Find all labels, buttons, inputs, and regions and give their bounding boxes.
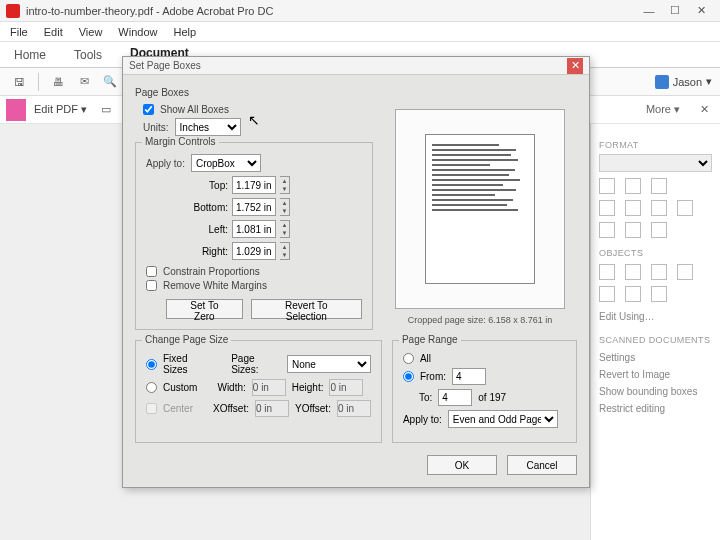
dialog-close-icon[interactable]: ✕ [567, 58, 583, 74]
rotate-cw-icon[interactable] [651, 264, 667, 280]
tab-tools[interactable]: Tools [66, 43, 110, 67]
rotate-ccw-icon[interactable] [677, 264, 693, 280]
left-spinner[interactable]: ▲▼ [280, 220, 290, 238]
align-right-icon[interactable] [651, 200, 667, 216]
height-input [329, 379, 363, 396]
cancel-button[interactable]: Cancel [507, 455, 577, 475]
replace-icon[interactable] [625, 286, 641, 302]
constrain-checkbox[interactable] [146, 266, 157, 277]
custom-label: Custom [163, 382, 197, 393]
set-to-zero-button[interactable]: Set To Zero [166, 299, 243, 319]
user-name: Jason [673, 76, 702, 88]
print-icon[interactable]: 🖶 [47, 71, 69, 93]
menu-edit[interactable]: Edit [38, 24, 69, 40]
right-input[interactable] [232, 242, 276, 260]
window-title: intro-to-number-theory.pdf - Adobe Acrob… [26, 5, 636, 17]
list-icon[interactable] [599, 222, 615, 238]
align-justify-icon[interactable] [677, 200, 693, 216]
bold-icon[interactable] [599, 178, 615, 194]
right-spinner[interactable]: ▲▼ [280, 242, 290, 260]
top-input[interactable] [232, 176, 276, 194]
search-icon[interactable]: 🔍 [99, 71, 121, 93]
chevron-down-icon: ▾ [706, 75, 712, 88]
left-input[interactable] [232, 220, 276, 238]
center-label: Center [163, 403, 193, 414]
apply-to-select[interactable]: CropBox [191, 154, 261, 172]
to-label: To: [419, 392, 432, 403]
revert-selection-button[interactable]: Revert To Selection [251, 299, 362, 319]
page-range-label: Page Range [399, 334, 461, 345]
section-objects: OBJECTS [599, 248, 712, 258]
show-all-boxes-label: Show All Boxes [160, 104, 229, 115]
top-spinner[interactable]: ▲▼ [280, 176, 290, 194]
avatar-icon [655, 75, 669, 89]
font-select[interactable] [599, 154, 712, 172]
preview-box [395, 109, 565, 309]
save-icon[interactable]: 🖫 [8, 71, 30, 93]
align-left-icon[interactable] [599, 200, 615, 216]
edit-using-link[interactable]: Edit Using… [599, 308, 712, 325]
units-label: Units: [143, 122, 169, 133]
user-menu[interactable]: Jason ▾ [655, 75, 712, 89]
xoffset-input [255, 400, 289, 417]
remove-white-checkbox[interactable] [146, 280, 157, 291]
menu-help[interactable]: Help [167, 24, 202, 40]
margin-controls-label: Margin Controls [142, 136, 219, 147]
range-apply-select[interactable]: Even and Odd Pages [448, 410, 558, 428]
all-label: All [420, 353, 431, 364]
fixed-sizes-radio[interactable] [146, 359, 157, 370]
settings-link[interactable]: Settings [599, 349, 712, 366]
to-input[interactable] [438, 389, 472, 406]
menu-window[interactable]: Window [112, 24, 163, 40]
window-titlebar: intro-to-number-theory.pdf - Adobe Acrob… [0, 0, 720, 22]
page-sizes-select[interactable]: None [287, 355, 371, 373]
tab-home[interactable]: Home [6, 43, 54, 67]
align-center-icon[interactable] [625, 200, 641, 216]
dialog-titlebar: Set Page Boxes ✕ [123, 57, 589, 75]
from-label: From: [420, 371, 446, 382]
all-radio[interactable] [403, 353, 414, 364]
change-page-size-label: Change Page Size [142, 334, 231, 345]
tool-indicator [6, 99, 26, 121]
section-format: FORMAT [599, 140, 712, 150]
close-window-button[interactable]: ✕ [688, 1, 714, 21]
section-scanned: SCANNED DOCUMENTS [599, 335, 712, 345]
menu-view[interactable]: View [73, 24, 109, 40]
custom-radio[interactable] [146, 382, 157, 393]
preview-page [425, 134, 535, 284]
bottom-label: Bottom: [184, 202, 228, 213]
from-radio[interactable] [403, 371, 414, 382]
app-icon [6, 4, 20, 18]
from-input[interactable] [452, 368, 486, 385]
separator [38, 73, 39, 91]
flip-h-icon[interactable] [599, 264, 615, 280]
restrict-edit-link[interactable]: Restrict editing [599, 400, 712, 417]
minimize-button[interactable]: — [636, 1, 662, 21]
ok-button[interactable]: OK [427, 455, 497, 475]
crop-icon[interactable]: ▭ [95, 99, 117, 121]
italic-icon[interactable] [625, 178, 641, 194]
width-label: Width: [217, 382, 245, 393]
more-dropdown[interactable]: More ▾ [640, 101, 686, 118]
dialog-title: Set Page Boxes [129, 60, 201, 71]
remove-white-label: Remove White Margins [163, 280, 267, 291]
menu-file[interactable]: File [4, 24, 34, 40]
bottom-spinner[interactable]: ▲▼ [280, 198, 290, 216]
spacing-icon[interactable] [625, 222, 641, 238]
revert-image-link[interactable]: Revert to Image [599, 366, 712, 383]
show-bbox-link[interactable]: Show bounding boxes [599, 383, 712, 400]
indent-icon[interactable] [651, 222, 667, 238]
edit-pdf-dropdown[interactable]: Edit PDF ▾ [34, 103, 87, 116]
show-all-boxes-checkbox[interactable] [143, 104, 154, 115]
flip-v-icon[interactable] [625, 264, 641, 280]
right-panel: FORMAT OBJECTS Edit Using… SCANNED DOCUM… [590, 124, 720, 540]
close-panel-icon[interactable]: ✕ [694, 100, 714, 120]
crop-obj-icon[interactable] [599, 286, 615, 302]
mail-icon[interactable]: ✉ [73, 71, 95, 93]
units-select[interactable]: Inches [175, 118, 241, 136]
color-icon[interactable] [651, 178, 667, 194]
maximize-button[interactable]: ☐ [662, 1, 688, 21]
bottom-input[interactable] [232, 198, 276, 216]
arrange-icon[interactable] [651, 286, 667, 302]
page-sizes-label: Page Sizes: [231, 353, 281, 375]
